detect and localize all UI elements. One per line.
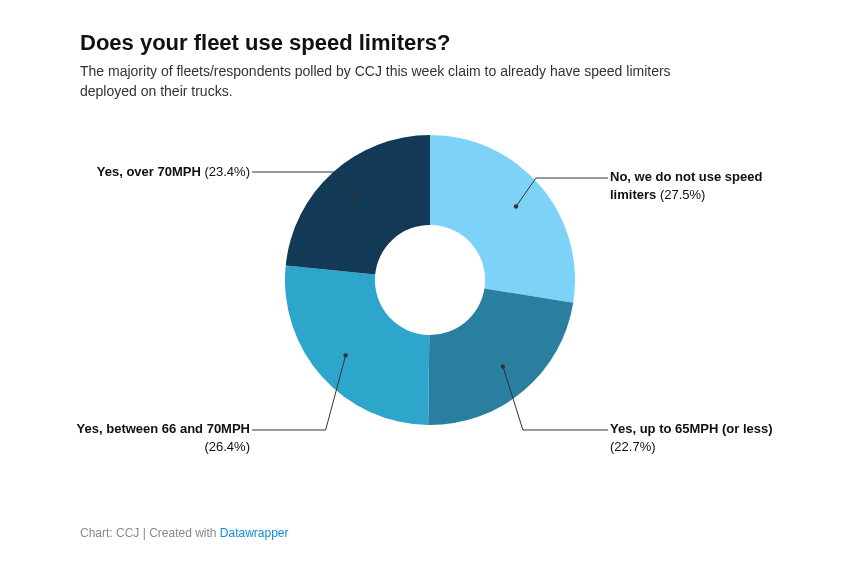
donut-chart — [280, 130, 580, 430]
page-subtitle: The majority of fleets/respondents polle… — [80, 62, 700, 101]
chart-area: No, we do not use speed limiters (27.5%)… — [0, 120, 851, 520]
page-title: Does your fleet use speed limiters? — [80, 30, 821, 56]
slice-label-66-70: Yes, between 66 and 70MPH (26.4%) — [50, 420, 250, 455]
chart-footer: Chart: CCJ | Created with Datawrapper — [80, 526, 289, 540]
slice-label-over-70: Yes, over 70MPH (23.4%) — [50, 163, 250, 181]
slice-label-no-limiters: No, we do not use speed limiters (27.5%) — [610, 168, 790, 203]
chart-container: Does your fleet use speed limiters? The … — [0, 0, 851, 576]
datawrapper-link[interactable]: Datawrapper — [220, 526, 289, 540]
slice-label-upto-65: Yes, up to 65MPH (or less)(22.7%) — [610, 420, 790, 455]
